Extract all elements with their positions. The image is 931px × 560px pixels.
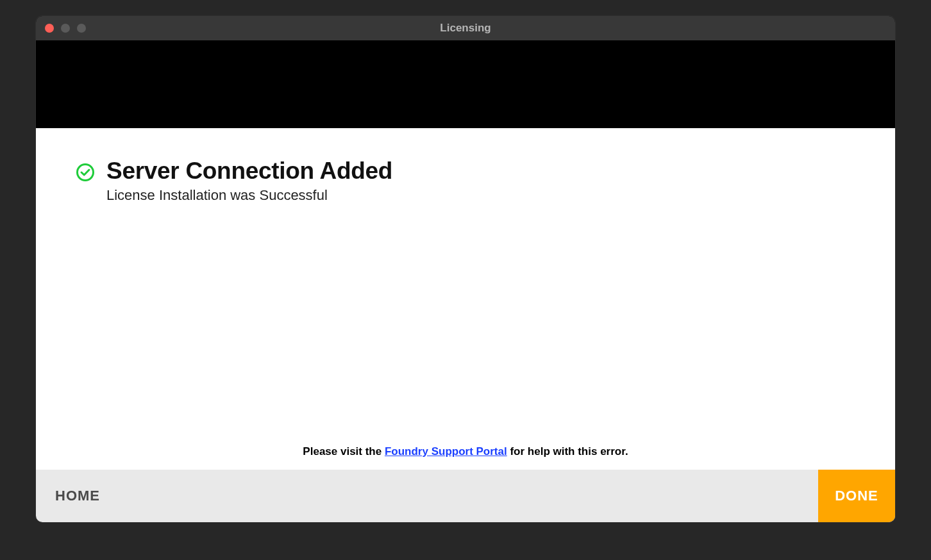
maximize-window-button[interactable] — [77, 24, 86, 33]
status-message: Server Connection Added License Installa… — [76, 158, 855, 204]
done-button[interactable]: DONE — [818, 470, 895, 522]
traffic-lights — [45, 24, 86, 33]
window-title: Licensing — [440, 22, 491, 35]
svg-point-0 — [78, 165, 94, 181]
titlebar: Licensing — [36, 16, 895, 40]
close-window-button[interactable] — [45, 24, 54, 33]
home-button[interactable]: HOME — [36, 470, 119, 522]
footer-bar: HOME DONE — [36, 470, 895, 522]
support-help-text: Please visit the Foundry Support Portal … — [76, 445, 855, 458]
minimize-window-button[interactable] — [61, 24, 70, 33]
licensing-window: Licensing Server Connection Added Licens… — [36, 16, 895, 522]
content-area: Server Connection Added License Installa… — [36, 128, 895, 470]
support-suffix: for help with this error. — [507, 445, 628, 457]
success-check-icon — [76, 163, 95, 185]
support-portal-link[interactable]: Foundry Support Portal — [385, 445, 507, 457]
status-text: Server Connection Added License Installa… — [106, 158, 392, 204]
status-heading: Server Connection Added — [106, 158, 392, 185]
support-prefix: Please visit the — [303, 445, 385, 457]
status-subheading: License Installation was Successful — [106, 187, 392, 204]
header-banner — [36, 40, 895, 128]
